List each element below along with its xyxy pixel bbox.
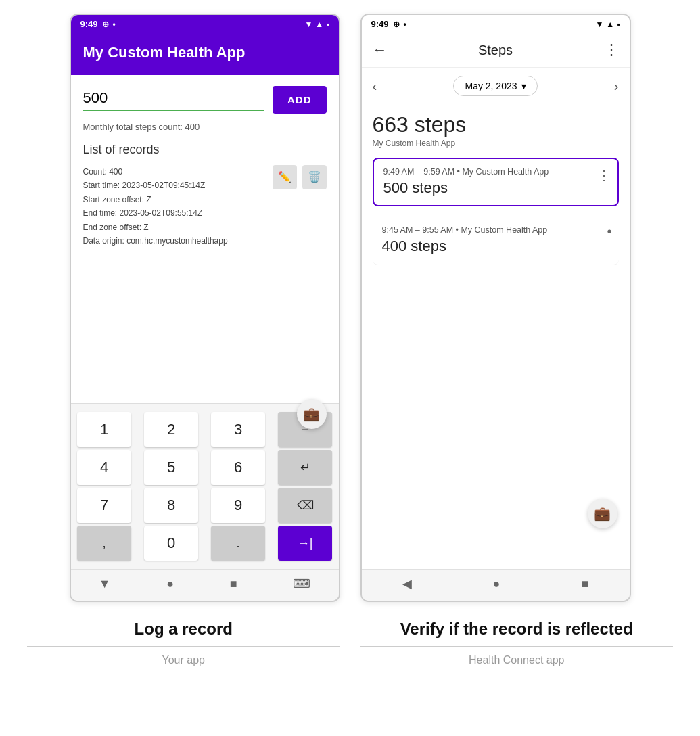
app-content: ADD Monthly total steps count: 400 List … xyxy=(71,75,339,403)
right-nav-bar: ◀ ● ■ xyxy=(362,569,630,601)
date-picker-button[interactable]: May 2, 2023 ▾ xyxy=(453,76,537,96)
right-caption-block: Verify if the record is reflected Health… xyxy=(360,618,674,666)
right-divider xyxy=(360,646,674,647)
keyboard-row-3: 7 8 9 ⌫ xyxy=(71,488,339,523)
back-button[interactable]: ← xyxy=(373,41,388,59)
hc-content: 663 steps My Custom Health App 9:49 AM –… xyxy=(362,104,630,273)
steps-input[interactable] xyxy=(83,89,265,107)
highlighted-record[interactable]: 9:49 AM – 9:59 AM • My Custom Health App… xyxy=(373,158,619,206)
key-5[interactable]: 5 xyxy=(144,450,198,485)
record-end-time: End time: 2023-05-02T09:55:14Z xyxy=(83,206,259,220)
chevron-down-icon: ▾ xyxy=(521,80,526,91)
highlighted-record-steps: 500 steps xyxy=(383,179,608,197)
date-nav: ‹ May 2, 2023 ▾ › xyxy=(362,68,630,104)
monthly-total: Monthly total steps count: 400 xyxy=(83,122,327,132)
left-nav-bar: ▼ ● ■ ⌨ xyxy=(71,569,339,601)
keyboard-row-4: , 0 . →| xyxy=(71,526,339,561)
battery-icon-right: ▪ xyxy=(617,20,620,29)
normal-record-header: 9:45 AM – 9:55 AM • My Custom Health App xyxy=(382,225,609,235)
hc-title: Steps xyxy=(478,43,513,58)
record-actions: ✏️ 🗑️ xyxy=(273,165,327,189)
highlighted-record-header: 9:49 AM – 9:59 AM • My Custom Health App xyxy=(383,167,608,177)
record-count: Count: 400 xyxy=(83,165,259,179)
delete-button[interactable]: 🗑️ xyxy=(302,165,327,189)
nav-keyboard-icon[interactable]: ⌨ xyxy=(293,576,310,591)
key-backspace[interactable]: ⌫ xyxy=(278,488,332,523)
record-start-zone: Start zone offset: Z xyxy=(83,193,259,206)
record-item: Count: 400 Start time: 2023-05-02T09:45:… xyxy=(83,165,327,248)
key-9[interactable]: 9 xyxy=(211,488,265,523)
total-steps: 663 steps xyxy=(373,112,619,137)
left-caption: Log a record xyxy=(135,618,233,639)
nav-recents-icon[interactable]: ■ xyxy=(230,577,237,591)
left-status-time: 9:49 xyxy=(80,19,98,29)
left-sub-caption: Your app xyxy=(162,654,205,666)
next-date-button[interactable]: › xyxy=(614,78,619,94)
battery-icon: ▪ xyxy=(326,20,329,29)
left-caption-block: Log a record Your app xyxy=(27,618,340,666)
key-comma[interactable]: , xyxy=(77,526,131,561)
normal-record-more-button[interactable]: • xyxy=(607,224,611,239)
highlighted-record-more-button[interactable]: ⋮ xyxy=(597,167,611,183)
hc-fab-button[interactable]: 💼 xyxy=(588,499,617,528)
key-2[interactable]: 2 xyxy=(144,412,198,447)
add-button[interactable]: ADD xyxy=(273,86,327,114)
hc-header: ← Steps ⋮ xyxy=(362,33,630,68)
right-status-time: 9:49 xyxy=(371,19,389,29)
nav-home-icon[interactable]: ● xyxy=(166,577,174,591)
key-0[interactable]: 0 xyxy=(144,526,198,561)
record-end-zone: End zone offset: Z xyxy=(83,221,259,234)
more-options-button[interactable]: ⋮ xyxy=(604,41,619,59)
gps-icon: ⊕ xyxy=(102,20,109,29)
normal-record-steps: 400 steps xyxy=(382,237,609,255)
left-status-bar: 9:49 ⊕ • ▼ ▲ ▪ xyxy=(71,15,339,33)
right-nav-home-icon[interactable]: ● xyxy=(493,577,500,591)
dot-indicator: • xyxy=(113,20,116,29)
left-divider xyxy=(27,646,340,647)
dot-indicator-right: • xyxy=(404,20,406,29)
right-caption: Verify if the record is reflected xyxy=(400,618,633,639)
right-status-bar: 9:49 ⊕ • ▼ ▲ ▪ xyxy=(362,15,630,33)
key-return[interactable]: ↵ xyxy=(278,450,332,485)
key-next[interactable]: →| xyxy=(278,526,332,561)
date-label: May 2, 2023 xyxy=(465,80,517,91)
keyboard: 1 2 3 − 4 5 6 ↵ 7 8 9 ⌫ , xyxy=(71,403,339,569)
key-8[interactable]: 8 xyxy=(144,488,198,523)
key-4[interactable]: 4 xyxy=(77,450,131,485)
right-nav-back-icon[interactable]: ◀ xyxy=(402,576,412,591)
left-phone-frame: 9:49 ⊕ • ▼ ▲ ▪ My Custom Health App xyxy=(70,14,340,602)
key-3[interactable]: 3 xyxy=(211,412,265,447)
app-header: My Custom Health App xyxy=(71,33,339,75)
gps-icon-right: ⊕ xyxy=(393,20,400,29)
left-phone-wrapper: 9:49 ⊕ • ▼ ▲ ▪ My Custom Health App xyxy=(70,14,340,602)
wifi-icon: ▼ xyxy=(304,20,312,29)
edit-button[interactable]: ✏️ xyxy=(273,165,297,189)
steps-input-wrap xyxy=(83,89,265,111)
right-nav-recents-icon[interactable]: ■ xyxy=(582,577,589,591)
key-6[interactable]: 6 xyxy=(211,450,265,485)
right-phone-frame: 9:49 ⊕ • ▼ ▲ ▪ ← Steps ⋮ ‹ May xyxy=(360,14,631,602)
source-label: My Custom Health App xyxy=(373,139,619,148)
signal-icon: ▲ xyxy=(315,20,323,29)
record-start-time: Start time: 2023-05-02T09:45:14Z xyxy=(83,179,259,192)
input-row: ADD xyxy=(83,86,327,114)
key-period[interactable]: . xyxy=(211,526,265,561)
prev-date-button[interactable]: ‹ xyxy=(373,78,377,94)
fab-button[interactable]: 💼 xyxy=(297,399,327,429)
nav-back-icon[interactable]: ▼ xyxy=(99,577,111,591)
key-7[interactable]: 7 xyxy=(77,488,131,523)
keyboard-row-2: 4 5 6 ↵ xyxy=(71,450,339,485)
app-title: My Custom Health App xyxy=(83,44,246,61)
right-sub-caption: Health Connect app xyxy=(469,654,564,666)
signal-icon-right: ▲ xyxy=(606,20,614,29)
key-1[interactable]: 1 xyxy=(77,412,131,447)
normal-record[interactable]: 9:45 AM – 9:55 AM • My Custom Health App… xyxy=(373,216,619,265)
record-data-origin: Data origin: com.hc.mycustomhealthapp xyxy=(83,234,259,248)
list-label: List of records xyxy=(83,143,327,157)
right-phone-wrapper: 9:49 ⊕ • ▼ ▲ ▪ ← Steps ⋮ ‹ May xyxy=(360,14,631,602)
wifi-icon-right: ▼ xyxy=(595,20,603,29)
